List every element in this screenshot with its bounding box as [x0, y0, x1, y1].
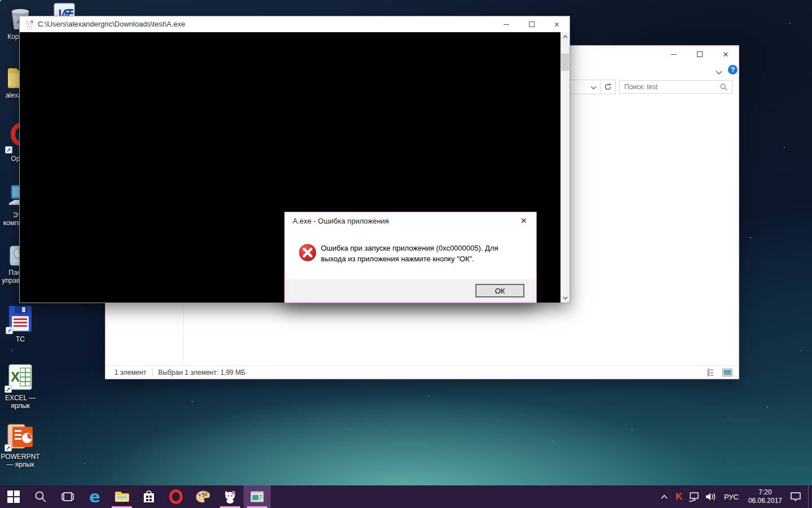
clock-time: 7:20 — [748, 488, 782, 497]
search-query-text: Поиск: test — [620, 83, 720, 91]
thumbnails-view-button[interactable] — [722, 367, 733, 378]
desktop-icon-powerpoint-shortcut[interactable]: ➚ POWERPNT — ярлык — [0, 422, 42, 468]
scroll-up-icon[interactable] — [561, 32, 570, 41]
dialog-title: A.exe - Ошибка приложения — [293, 217, 389, 225]
powerpoint-icon: ➚ — [6, 422, 35, 450]
dialog-message: Ошибка при запуске приложения (0xc000000… — [321, 243, 522, 264]
show-desktop-button[interactable] — [808, 485, 810, 508]
close-button[interactable]: × — [511, 212, 536, 229]
tray-network-icon[interactable] — [686, 485, 702, 508]
close-button[interactable]: × — [544, 16, 570, 32]
help-icon[interactable]: ? — [728, 65, 738, 75]
paint-palette-icon — [196, 490, 210, 503]
window-icon — [250, 491, 264, 502]
details-view-button[interactable] — [706, 367, 717, 378]
status-divider — [152, 369, 153, 376]
svg-text:X: X — [11, 369, 20, 384]
refresh-button[interactable] — [601, 80, 616, 94]
task-view-icon — [61, 492, 74, 502]
ribbon-collapse-chevron-icon[interactable] — [716, 67, 722, 77]
console-titlebar[interactable]: C:\Users\alexandergric\Downloads\test\A.… — [20, 16, 570, 32]
close-button[interactable]: × — [713, 46, 739, 63]
dialog-footer: ОК — [285, 279, 536, 303]
taskbar-edge-button[interactable]: e — [81, 485, 108, 508]
error-icon — [298, 243, 317, 264]
chevron-up-icon — [661, 494, 668, 499]
shortcut-arrow-icon: ➚ — [5, 444, 12, 452]
console-title: C:\Users\alexandergric\Downloads\test\A.… — [38, 16, 186, 32]
tray-volume-icon[interactable] — [702, 485, 719, 508]
taskbar-paint-button[interactable] — [189, 485, 217, 508]
tray-language-indicator[interactable]: РУС — [719, 485, 744, 508]
opera-icon — [169, 489, 183, 504]
scrollbar-thumb[interactable] — [561, 54, 569, 71]
desktop-icon-total-commander[interactable]: ➚ TC — [0, 305, 42, 343]
ok-button[interactable]: ОК — [475, 284, 524, 297]
maximize-button[interactable] — [687, 46, 713, 63]
tray-expand-button[interactable] — [657, 485, 672, 508]
status-item-count: 1 элемент — [114, 369, 147, 376]
console-scrollbar[interactable] — [561, 32, 570, 303]
taskbar-opera-button[interactable] — [162, 485, 189, 508]
search-icon — [34, 491, 47, 503]
star-field — [0, 0, 1, 1]
start-button[interactable] — [0, 485, 27, 508]
taskbar-file-explorer-button[interactable] — [108, 485, 135, 508]
action-center-icon — [790, 492, 801, 502]
clock-date: 06.06.2017 — [748, 497, 782, 505]
address-dropdown-chevron-icon[interactable] — [590, 82, 597, 92]
desktop-icon-excel-shortcut[interactable]: X ➚ EXCEL — ярлык — [0, 362, 42, 410]
floppy-disk-icon: ➚ — [7, 305, 34, 333]
desktop-icon-label: POWERPNT — ярлык — [0, 453, 42, 468]
taskbar-store-button[interactable] — [135, 485, 162, 508]
maximize-button[interactable] — [519, 16, 544, 32]
taskbar: e — [0, 485, 812, 508]
search-icon[interactable] — [720, 83, 727, 91]
shortcut-arrow-icon: ➚ — [6, 327, 13, 334]
tray-clock[interactable]: 7:20 06.06.2017 — [744, 485, 787, 508]
file-explorer-icon — [114, 491, 129, 503]
error-dialog: A.exe - Ошибка приложения × Ошибка при з… — [284, 212, 537, 303]
task-view-button[interactable] — [54, 485, 81, 508]
search-box[interactable]: Поиск: test — [619, 80, 732, 94]
taskbar-console-window-button[interactable] — [244, 485, 271, 508]
desktop-icon-label: EXCEL — ярлык — [0, 394, 42, 410]
excel-icon: X ➚ — [6, 362, 35, 392]
minimize-button[interactable] — [493, 16, 519, 32]
status-bar: 1 элемент Выбран 1 элемент: 1,99 МБ — [105, 365, 739, 379]
status-selection-info: Выбран 1 элемент: 1,99 МБ — [158, 369, 246, 376]
app-kitty-icon — [25, 20, 34, 32]
tray-kaspersky-icon[interactable]: K — [672, 485, 686, 508]
kitty-icon — [223, 490, 237, 503]
taskbar-kitty-app-button[interactable] — [217, 485, 244, 508]
store-icon — [143, 490, 155, 503]
scroll-down-icon[interactable] — [561, 294, 570, 303]
taskbar-search-button[interactable] — [27, 485, 54, 508]
desktop-icon-label: TC — [0, 335, 42, 343]
minimize-button[interactable] — [661, 46, 687, 63]
shortcut-arrow-icon: ➚ — [5, 386, 12, 393]
edge-icon: e — [89, 489, 100, 505]
shortcut-arrow-icon: ➚ — [5, 146, 12, 154]
action-center-button[interactable] — [787, 485, 805, 508]
